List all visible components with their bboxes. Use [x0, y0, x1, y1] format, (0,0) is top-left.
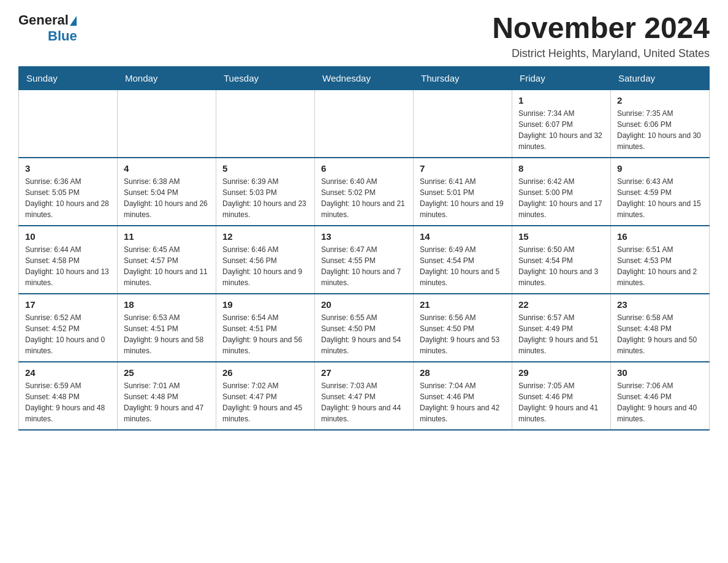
day-number: 2 — [617, 95, 703, 105]
day-number: 18 — [124, 299, 210, 310]
header-sunday: Sunday — [19, 66, 118, 90]
table-row: 8Sunrise: 6:42 AM Sunset: 5:00 PM Daylig… — [512, 158, 611, 226]
day-info: Sunrise: 7:03 AM Sunset: 4:47 PM Dayligh… — [321, 380, 407, 424]
day-info: Sunrise: 6:42 AM Sunset: 5:00 PM Dayligh… — [518, 176, 604, 220]
day-number: 3 — [25, 163, 111, 174]
day-info: Sunrise: 7:02 AM Sunset: 4:47 PM Dayligh… — [222, 380, 308, 424]
day-number: 25 — [124, 367, 210, 378]
day-info: Sunrise: 6:49 AM Sunset: 4:54 PM Dayligh… — [420, 244, 506, 288]
day-info: Sunrise: 6:54 AM Sunset: 4:51 PM Dayligh… — [222, 312, 308, 356]
day-number: 15 — [518, 231, 604, 242]
table-row: 22Sunrise: 6:57 AM Sunset: 4:49 PM Dayli… — [512, 294, 611, 362]
day-info: Sunrise: 7:04 AM Sunset: 4:46 PM Dayligh… — [420, 380, 506, 424]
location-subtitle: District Heights, Maryland, United State… — [492, 47, 710, 60]
day-number: 19 — [222, 299, 308, 310]
day-number: 17 — [25, 299, 111, 310]
table-row: 12Sunrise: 6:46 AM Sunset: 4:56 PM Dayli… — [216, 226, 315, 294]
day-info: Sunrise: 6:45 AM Sunset: 4:57 PM Dayligh… — [124, 244, 210, 288]
table-row — [414, 90, 512, 158]
day-number: 22 — [518, 299, 604, 310]
day-number: 7 — [420, 163, 506, 174]
table-row: 9Sunrise: 6:43 AM Sunset: 4:59 PM Daylig… — [611, 158, 710, 226]
table-row — [216, 90, 315, 158]
logo-arrow-icon — [70, 16, 77, 26]
table-row: 5Sunrise: 6:39 AM Sunset: 5:03 PM Daylig… — [216, 158, 315, 226]
day-number: 4 — [124, 163, 210, 174]
weekday-header-row: Sunday Monday Tuesday Wednesday Thursday… — [19, 66, 710, 90]
day-number: 26 — [222, 367, 308, 378]
day-number: 21 — [420, 299, 506, 310]
day-info: Sunrise: 6:51 AM Sunset: 4:53 PM Dayligh… — [617, 244, 703, 288]
day-number: 12 — [222, 231, 308, 242]
day-number: 20 — [321, 299, 407, 310]
day-number: 1 — [518, 95, 604, 105]
day-number: 30 — [617, 367, 703, 378]
table-row: 3Sunrise: 6:36 AM Sunset: 5:05 PM Daylig… — [19, 158, 118, 226]
table-row: 19Sunrise: 6:54 AM Sunset: 4:51 PM Dayli… — [216, 294, 315, 362]
day-info: Sunrise: 7:01 AM Sunset: 4:48 PM Dayligh… — [124, 380, 210, 424]
day-info: Sunrise: 6:46 AM Sunset: 4:56 PM Dayligh… — [222, 244, 308, 288]
day-number: 27 — [321, 367, 407, 378]
day-number: 9 — [617, 163, 703, 174]
title-block: November 2024 District Heights, Maryland… — [492, 12, 710, 60]
day-number: 29 — [518, 367, 604, 378]
week-row-4: 17Sunrise: 6:52 AM Sunset: 4:52 PM Dayli… — [19, 294, 710, 362]
table-row: 30Sunrise: 7:06 AM Sunset: 4:46 PM Dayli… — [611, 362, 710, 430]
logo-blue-text: Blue — [48, 28, 77, 44]
header-saturday: Saturday — [611, 66, 710, 90]
table-row — [315, 90, 414, 158]
day-info: Sunrise: 6:53 AM Sunset: 4:51 PM Dayligh… — [124, 312, 210, 356]
table-row: 18Sunrise: 6:53 AM Sunset: 4:51 PM Dayli… — [118, 294, 216, 362]
day-info: Sunrise: 7:06 AM Sunset: 4:46 PM Dayligh… — [617, 380, 703, 424]
table-row: 15Sunrise: 6:50 AM Sunset: 4:54 PM Dayli… — [512, 226, 611, 294]
table-row: 27Sunrise: 7:03 AM Sunset: 4:47 PM Dayli… — [315, 362, 414, 430]
day-info: Sunrise: 6:55 AM Sunset: 4:50 PM Dayligh… — [321, 312, 407, 356]
header-wednesday: Wednesday — [315, 66, 414, 90]
table-row: 25Sunrise: 7:01 AM Sunset: 4:48 PM Dayli… — [118, 362, 216, 430]
week-row-2: 3Sunrise: 6:36 AM Sunset: 5:05 PM Daylig… — [19, 158, 710, 226]
day-number: 6 — [321, 163, 407, 174]
day-info: Sunrise: 7:35 AM Sunset: 6:06 PM Dayligh… — [617, 108, 703, 152]
day-number: 13 — [321, 231, 407, 242]
table-row: 26Sunrise: 7:02 AM Sunset: 4:47 PM Dayli… — [216, 362, 315, 430]
table-row: 4Sunrise: 6:38 AM Sunset: 5:04 PM Daylig… — [118, 158, 216, 226]
table-row: 14Sunrise: 6:49 AM Sunset: 4:54 PM Dayli… — [414, 226, 512, 294]
table-row: 16Sunrise: 6:51 AM Sunset: 4:53 PM Dayli… — [611, 226, 710, 294]
day-info: Sunrise: 7:05 AM Sunset: 4:46 PM Dayligh… — [518, 380, 604, 424]
day-info: Sunrise: 7:34 AM Sunset: 6:07 PM Dayligh… — [518, 108, 604, 152]
header-thursday: Thursday — [414, 66, 512, 90]
table-row: 24Sunrise: 6:59 AM Sunset: 4:48 PM Dayli… — [19, 362, 118, 430]
table-row: 28Sunrise: 7:04 AM Sunset: 4:46 PM Dayli… — [414, 362, 512, 430]
header-tuesday: Tuesday — [216, 66, 315, 90]
day-info: Sunrise: 6:41 AM Sunset: 5:01 PM Dayligh… — [420, 176, 506, 220]
table-row: 20Sunrise: 6:55 AM Sunset: 4:50 PM Dayli… — [315, 294, 414, 362]
day-info: Sunrise: 6:36 AM Sunset: 5:05 PM Dayligh… — [25, 176, 111, 220]
day-info: Sunrise: 6:57 AM Sunset: 4:49 PM Dayligh… — [518, 312, 604, 356]
header-friday: Friday — [512, 66, 611, 90]
table-row — [19, 90, 118, 158]
table-row: 11Sunrise: 6:45 AM Sunset: 4:57 PM Dayli… — [118, 226, 216, 294]
day-info: Sunrise: 6:44 AM Sunset: 4:58 PM Dayligh… — [25, 244, 111, 288]
day-info: Sunrise: 6:50 AM Sunset: 4:54 PM Dayligh… — [518, 244, 604, 288]
day-number: 11 — [124, 231, 210, 242]
day-info: Sunrise: 6:47 AM Sunset: 4:55 PM Dayligh… — [321, 244, 407, 288]
logo: General Blue — [18, 12, 77, 44]
day-info: Sunrise: 6:38 AM Sunset: 5:04 PM Dayligh… — [124, 176, 210, 220]
main-title: November 2024 — [492, 12, 710, 45]
table-row: 1Sunrise: 7:34 AM Sunset: 6:07 PM Daylig… — [512, 90, 611, 158]
day-info: Sunrise: 6:40 AM Sunset: 5:02 PM Dayligh… — [321, 176, 407, 220]
table-row: 13Sunrise: 6:47 AM Sunset: 4:55 PM Dayli… — [315, 226, 414, 294]
header-monday: Monday — [118, 66, 216, 90]
day-info: Sunrise: 6:39 AM Sunset: 5:03 PM Dayligh… — [222, 176, 308, 220]
week-row-1: 1Sunrise: 7:34 AM Sunset: 6:07 PM Daylig… — [19, 90, 710, 158]
day-number: 10 — [25, 231, 111, 242]
day-number: 16 — [617, 231, 703, 242]
day-info: Sunrise: 6:43 AM Sunset: 4:59 PM Dayligh… — [617, 176, 703, 220]
day-number: 28 — [420, 367, 506, 378]
table-row: 7Sunrise: 6:41 AM Sunset: 5:01 PM Daylig… — [414, 158, 512, 226]
table-row: 2Sunrise: 7:35 AM Sunset: 6:06 PM Daylig… — [611, 90, 710, 158]
calendar-table: Sunday Monday Tuesday Wednesday Thursday… — [18, 66, 710, 431]
table-row: 10Sunrise: 6:44 AM Sunset: 4:58 PM Dayli… — [19, 226, 118, 294]
day-number: 8 — [518, 163, 604, 174]
table-row — [118, 90, 216, 158]
